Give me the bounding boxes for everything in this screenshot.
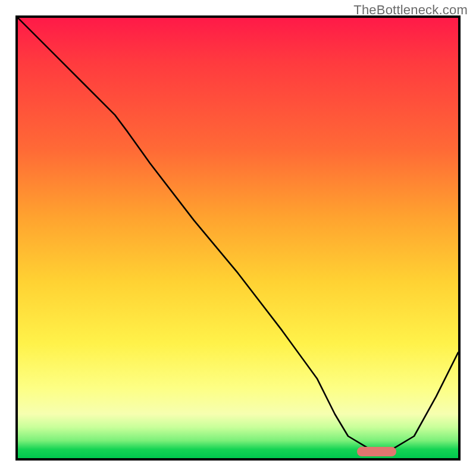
plot-area (15, 15, 461, 461)
chart-frame: TheBottleneck.com (0, 0, 476, 476)
bottleneck-curve (18, 18, 458, 458)
optimal-range-marker (357, 447, 397, 456)
